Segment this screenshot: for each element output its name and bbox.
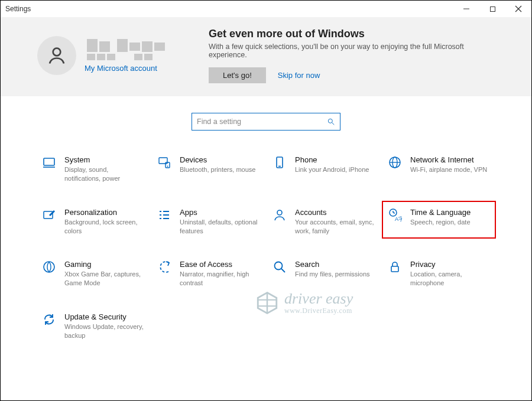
tile-subtitle: Uninstall, defaults, optional features — [180, 218, 261, 236]
svg-line-27 — [393, 213, 395, 213]
tile-title: Time & Language — [410, 208, 471, 217]
lock-icon — [388, 260, 402, 274]
promo-title: Get even more out of Windows — [209, 28, 481, 40]
gaming-icon — [42, 260, 56, 274]
tile-subtitle: Location, camera, microphone — [410, 270, 491, 288]
tile-subtitle: Link your Android, iPhone — [295, 165, 369, 174]
devices-icon — [157, 155, 171, 169]
svg-point-11 — [167, 166, 168, 167]
tile-title: Network & Internet — [410, 155, 487, 164]
search-tile-icon — [273, 260, 287, 274]
svg-point-5 — [328, 119, 332, 123]
svg-rect-1 — [490, 6, 495, 11]
search-placeholder: Find a setting — [197, 118, 241, 126]
tile-network[interactable]: Network & Internet Wi-Fi, airplane mode,… — [383, 152, 496, 187]
user-name-block: My Microsoft account — [85, 39, 165, 73]
promo-subtitle: With a few quick selections, you'll be o… — [209, 43, 481, 59]
tile-title: Privacy — [410, 260, 491, 269]
search-icon — [327, 118, 335, 126]
svg-line-31 — [281, 269, 285, 272]
apps-icon — [157, 208, 171, 222]
tile-title: Update & Security — [64, 312, 145, 321]
tile-subtitle: Background, lock screen, colors — [64, 218, 145, 236]
window-controls — [453, 1, 531, 17]
search-input[interactable]: Find a setting — [192, 113, 340, 131]
tile-ease-of-access[interactable]: Ease of Access Narrator, magnifier, high… — [153, 256, 265, 291]
tile-title: Personalization — [64, 208, 145, 217]
personalization-icon — [42, 208, 56, 222]
svg-rect-32 — [391, 266, 398, 272]
tile-title: Phone — [295, 155, 369, 164]
promo-panel: Get even more out of Windows With a few … — [209, 28, 481, 83]
settings-grid: System Display, sound, notifications, po… — [1, 131, 531, 356]
tile-title: Gaming — [64, 260, 145, 269]
user-avatar — [37, 36, 76, 75]
tile-phone[interactable]: Phone Link your Android, iPhone — [268, 152, 381, 187]
minimize-button[interactable] — [453, 1, 479, 17]
tile-subtitle: Narrator, magnifier, high contrast — [180, 270, 261, 288]
svg-rect-7 — [44, 158, 54, 165]
tile-update-security[interactable]: Update & Security Windows Update, recove… — [37, 309, 150, 344]
svg-text:A字: A字 — [395, 216, 402, 222]
phone-icon — [273, 155, 287, 169]
tile-devices[interactable]: Devices Bluetooth, printers, mouse — [153, 152, 265, 187]
tile-title: System — [64, 155, 145, 164]
tile-title: Ease of Access — [180, 260, 261, 269]
tile-subtitle: Windows Update, recovery, backup — [64, 322, 145, 340]
tile-gaming[interactable]: Gaming Xbox Game Bar, captures, Game Mod… — [37, 256, 150, 291]
tile-subtitle: Your accounts, email, sync, work, family — [295, 218, 376, 236]
tile-time-language[interactable]: A字 Time & Language Speech, region, date — [382, 201, 496, 239]
svg-point-29 — [44, 262, 54, 272]
tile-title: Search — [295, 260, 370, 269]
globe-icon — [388, 155, 402, 169]
tile-subtitle: Find my files, permissions — [295, 270, 370, 279]
update-icon — [42, 312, 56, 327]
tile-apps[interactable]: Apps Uninstall, defaults, optional featu… — [153, 204, 265, 239]
pixelated-name — [87, 39, 165, 60]
tile-title: Apps — [180, 208, 261, 217]
close-button[interactable] — [505, 1, 531, 17]
svg-point-4 — [53, 48, 61, 56]
my-microsoft-account-link[interactable]: My Microsoft account — [85, 64, 165, 73]
tile-subtitle: Xbox Game Bar, captures, Game Mode — [64, 270, 145, 288]
hero-banner: My Microsoft account Get even more out o… — [1, 17, 531, 96]
svg-point-30 — [275, 262, 283, 270]
accounts-icon — [273, 208, 287, 222]
ease-of-access-icon — [157, 260, 171, 274]
tile-title: Devices — [180, 155, 255, 164]
system-icon — [42, 155, 56, 169]
maximize-button[interactable] — [479, 1, 505, 17]
skip-for-now-link[interactable]: Skip for now — [278, 71, 320, 80]
svg-point-24 — [277, 210, 282, 215]
tile-system[interactable]: System Display, sound, notifications, po… — [37, 152, 150, 187]
svg-line-6 — [332, 123, 335, 125]
titlebar: Settings — [1, 1, 531, 17]
tile-subtitle: Wi-Fi, airplane mode, VPN — [410, 165, 487, 174]
tile-subtitle: Bluetooth, printers, mouse — [180, 165, 255, 174]
tile-accounts[interactable]: Accounts Your accounts, email, sync, wor… — [268, 204, 381, 239]
window-title: Settings — [5, 5, 31, 13]
lets-go-button[interactable]: Let's go! — [209, 67, 266, 83]
tile-title: Accounts — [295, 208, 376, 217]
tile-subtitle: Display, sound, notifications, power — [64, 165, 145, 183]
tile-personalization[interactable]: Personalization Background, lock screen,… — [37, 204, 150, 239]
time-language-icon: A字 — [388, 208, 402, 222]
person-icon — [46, 45, 67, 66]
tile-privacy[interactable]: Privacy Location, camera, microphone — [383, 256, 496, 291]
tile-search[interactable]: Search Find my files, permissions — [268, 256, 381, 291]
tile-subtitle: Speech, region, date — [410, 218, 471, 227]
